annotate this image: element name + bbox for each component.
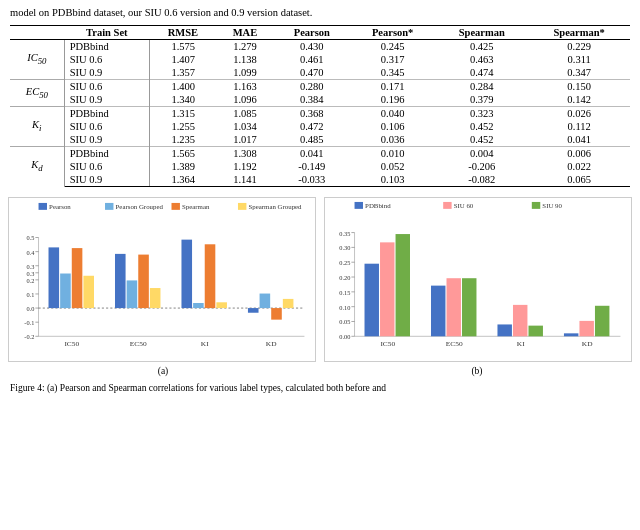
table-cell: 0.317 (350, 53, 435, 66)
svg-rect-79 (564, 333, 578, 336)
table-cell: 1.235 (150, 133, 217, 147)
svg-rect-41 (39, 203, 47, 210)
svg-rect-36 (248, 308, 259, 313)
svg-text:0.0: 0.0 (26, 306, 34, 312)
col-header-pearson-star: Pearson* (350, 25, 435, 39)
svg-rect-39 (283, 299, 294, 308)
svg-text:Pearson Grouped: Pearson Grouped (116, 203, 164, 210)
table-cell: 1.308 (216, 146, 273, 160)
svg-text:KI: KI (517, 340, 525, 348)
svg-rect-80 (579, 321, 593, 336)
svg-text:EC50: EC50 (446, 340, 463, 348)
svg-text:-0.2: -0.2 (24, 334, 34, 340)
table-cell: -0.082 (435, 173, 528, 187)
table-row: KdPDBbind1.5651.3080.0410.0100.0040.006 (10, 146, 630, 160)
table-cell: 0.006 (528, 146, 630, 160)
svg-rect-23 (72, 248, 83, 308)
table-cell: 0.026 (528, 106, 630, 120)
group-label: Ki (10, 106, 64, 146)
table-cell: 1.138 (216, 53, 273, 66)
table-row: SIU 0.61.2551.0340.4720.1060.4520.112 (10, 120, 630, 133)
table-cell: 1.389 (150, 160, 217, 173)
svg-text:-0.1: -0.1 (24, 320, 34, 326)
svg-text:0.10: 0.10 (339, 304, 350, 310)
svg-text:0.35: 0.35 (339, 230, 350, 236)
group-label: EC50 (10, 79, 64, 106)
table-cell: 0.280 (274, 79, 351, 93)
svg-rect-45 (171, 203, 179, 210)
table-cell: 0.485 (274, 133, 351, 147)
col-header-pearson: Pearson (274, 25, 351, 39)
table-cell: 1.096 (216, 93, 273, 107)
table-cell: 1.364 (150, 173, 217, 187)
col-header-rmse: RMSE (150, 25, 217, 39)
svg-text:KD: KD (266, 340, 277, 348)
table-cell: 1.163 (216, 79, 273, 93)
results-table: Train Set RMSE MAE Pearson Pearson* Spea… (10, 25, 630, 187)
chart-a: -0.20.00.30.5-0.10.10.20.30.4IC50EC50KIK… (8, 197, 316, 362)
table-cell: 1.085 (216, 106, 273, 120)
table-row: SIU 0.61.3891.192-0.1490.052-0.2060.022 (10, 160, 630, 173)
table-cell: 0.245 (350, 39, 435, 53)
svg-rect-69 (396, 234, 410, 336)
col-header-trainset: Train Set (64, 25, 149, 39)
table-cell: 0.472 (274, 120, 351, 133)
table-row: SIU 0.91.3571.0990.4700.3450.4740.347 (10, 66, 630, 80)
table-cell: 1.034 (216, 120, 273, 133)
table-row: EC50SIU 0.61.4001.1630.2800.1710.2840.15… (10, 79, 630, 93)
table-cell: 1.565 (150, 146, 217, 160)
table-cell: 1.575 (150, 39, 217, 53)
chart-b-caption: (b) (324, 366, 630, 376)
table-cell: 0.229 (528, 39, 630, 53)
table-cell: 0.284 (435, 79, 528, 93)
table-cell: 0.474 (435, 66, 528, 80)
table-cell: 0.463 (435, 53, 528, 66)
table-cell: SIU 0.9 (64, 173, 149, 187)
table-cell: 0.010 (350, 146, 435, 160)
svg-text:0.3: 0.3 (26, 264, 34, 270)
svg-rect-47 (238, 203, 246, 210)
charts-row: -0.20.00.30.5-0.10.10.20.30.4IC50EC50KIK… (0, 193, 640, 364)
table-cell: 1.340 (150, 93, 217, 107)
svg-rect-29 (150, 288, 161, 308)
svg-rect-27 (127, 280, 138, 308)
table-cell: 0.040 (350, 106, 435, 120)
svg-text:SIU 60: SIU 60 (454, 202, 474, 209)
group-label: IC50 (10, 39, 64, 79)
results-table-container: Train Set RMSE MAE Pearson Pearson* Spea… (0, 25, 640, 187)
svg-rect-31 (181, 239, 192, 307)
svg-text:Pearson: Pearson (49, 203, 71, 210)
table-cell: SIU 0.6 (64, 120, 149, 133)
table-cell: -0.206 (435, 160, 528, 173)
table-cell: 0.142 (528, 93, 630, 107)
intro-text: model on PDBbind dataset, our SIU 0.6 ve… (0, 0, 640, 25)
svg-rect-22 (60, 273, 71, 308)
svg-text:0.2: 0.2 (26, 278, 34, 284)
table-cell: PDBbind (64, 39, 149, 53)
svg-rect-85 (443, 202, 451, 209)
svg-rect-67 (365, 263, 379, 336)
table-cell: 0.196 (350, 93, 435, 107)
table-cell: 1.255 (150, 120, 217, 133)
svg-text:0.15: 0.15 (339, 290, 350, 296)
table-cell: 1.192 (216, 160, 273, 173)
svg-text:Spearman: Spearman (182, 203, 210, 210)
table-cell: 0.112 (528, 120, 630, 133)
svg-rect-71 (431, 285, 445, 336)
table-row: KiPDBbind1.3151.0850.3680.0400.3230.026 (10, 106, 630, 120)
svg-rect-73 (462, 278, 476, 336)
svg-rect-83 (355, 202, 363, 209)
svg-rect-24 (83, 275, 94, 307)
table-cell: 0.041 (528, 133, 630, 147)
svg-rect-76 (513, 305, 527, 336)
table-cell: SIU 0.6 (64, 79, 149, 93)
table-cell: 1.357 (150, 66, 217, 80)
svg-text:0.1: 0.1 (26, 292, 34, 298)
svg-text:KD: KD (582, 340, 593, 348)
svg-text:SIU 90: SIU 90 (542, 202, 562, 209)
svg-text:0.30: 0.30 (339, 245, 350, 251)
table-cell: 0.065 (528, 173, 630, 187)
table-cell: 0.106 (350, 120, 435, 133)
table-cell: 1.407 (150, 53, 217, 66)
svg-text:Spearman Grouped: Spearman Grouped (249, 203, 303, 210)
